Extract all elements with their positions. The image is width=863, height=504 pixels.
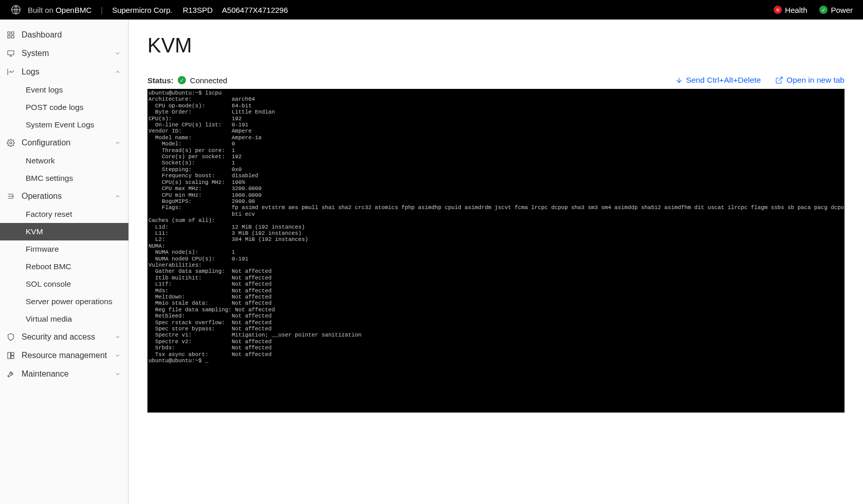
chevron-down-icon (114, 352, 121, 359)
check-icon: ✓ (178, 76, 186, 84)
power-status[interactable]: ✓ Power (819, 6, 853, 14)
kvm-console[interactable]: ubuntu@ubuntu:~$ lscpu Architecture: aar… (147, 89, 845, 413)
nav-sol-console[interactable]: SOL console (0, 275, 128, 293)
serial-label: A506477X4712296 (222, 6, 288, 14)
svg-point-6 (10, 142, 12, 144)
resource-icon (6, 351, 15, 360)
svg-rect-9 (11, 352, 14, 355)
main-content: KVM Status: ✓ Connected Send Ctrl+Alt+De… (129, 20, 863, 504)
health-status[interactable]: ✕ Health (774, 6, 807, 14)
operations-icon (6, 192, 15, 200)
system-icon (6, 49, 15, 58)
nav-server-power[interactable]: Server power operations (0, 293, 128, 310)
svg-rect-3 (8, 35, 10, 38)
svg-rect-5 (8, 51, 14, 55)
topbar: Built on OpenBMC | Supermicro Corp. R13S… (0, 0, 863, 20)
chevron-up-icon (114, 140, 121, 146)
svg-point-7 (12, 196, 14, 197)
shield-icon (6, 333, 15, 341)
chevron-down-icon (114, 334, 121, 340)
nav-dashboard[interactable]: Dashboard (0, 26, 128, 44)
sidebar: Dashboard System Logs Event logs POST co… (0, 20, 129, 504)
wrench-icon (6, 370, 15, 378)
chevron-down-icon (114, 371, 121, 377)
status-value: Connected (190, 76, 228, 85)
nav-configuration[interactable]: Configuration (0, 134, 128, 152)
gear-icon (6, 139, 15, 147)
topbar-left: Built on OpenBMC | Supermicro Corp. R13S… (10, 4, 288, 15)
topbar-right: ✕ Health ✓ Power (774, 6, 853, 14)
nav-kvm[interactable]: KVM (0, 223, 128, 240)
nav-bmc-settings[interactable]: BMC settings (0, 170, 128, 187)
vendor-label: Supermicro Corp. (112, 6, 173, 14)
svg-rect-8 (8, 352, 10, 359)
nav-resource[interactable]: Resource management (0, 346, 128, 365)
nav-event-logs[interactable]: Event logs (0, 81, 128, 99)
nav-maintenance[interactable]: Maintenance (0, 365, 128, 383)
send-cad-button[interactable]: Send Ctrl+Alt+Delete (675, 76, 761, 85)
check-icon: ✓ (819, 6, 828, 14)
nav-virtual-media[interactable]: Virtual media (0, 310, 128, 328)
svg-rect-10 (11, 356, 14, 359)
svg-rect-1 (8, 32, 10, 34)
nav-security[interactable]: Security and access (0, 328, 128, 346)
dashboard-icon (6, 31, 15, 39)
nav-network[interactable]: Network (0, 152, 128, 170)
svg-rect-4 (11, 35, 14, 38)
model-label: R13SPD (183, 6, 213, 14)
nav-operations[interactable]: Operations (0, 187, 128, 206)
nav-system[interactable]: System (0, 44, 128, 63)
nav-logs[interactable]: Logs (0, 63, 128, 81)
nav-firmware[interactable]: Firmware (0, 240, 128, 258)
open-new-tab-button[interactable]: Open in new tab (775, 76, 845, 85)
openbmc-logo-icon (10, 4, 22, 15)
nav-factory-reset[interactable]: Factory reset (0, 206, 128, 223)
divider: | (101, 6, 103, 14)
nav-reboot-bmc[interactable]: Reboot BMC (0, 258, 128, 275)
nav-post-code-logs[interactable]: POST code logs (0, 99, 128, 116)
status-label: Status: (147, 76, 174, 85)
logs-icon (6, 68, 15, 76)
chevron-up-icon (114, 69, 121, 75)
nav-system-event-logs[interactable]: System Event Logs (0, 116, 128, 134)
built-on-label: Built on OpenBMC (28, 6, 91, 14)
status-row: Status: ✓ Connected Send Ctrl+Alt+Delete… (147, 76, 845, 85)
external-link-icon (775, 76, 783, 84)
svg-rect-2 (11, 32, 14, 34)
arrow-down-icon (675, 76, 683, 84)
error-icon: ✕ (774, 6, 782, 14)
chevron-up-icon (114, 193, 121, 199)
chevron-down-icon (114, 50, 121, 57)
page-title: KVM (147, 34, 845, 57)
